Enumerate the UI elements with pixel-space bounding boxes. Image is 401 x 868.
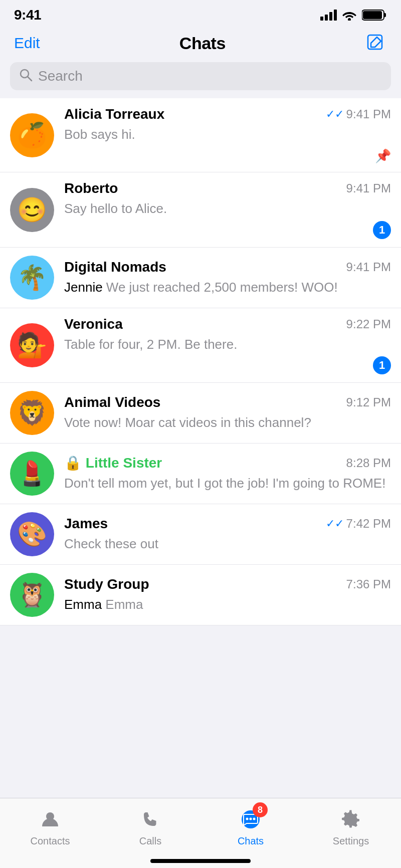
wifi-icon: [342, 10, 357, 21]
svg-point-9: [250, 818, 252, 820]
tab-calls-label: Calls: [139, 835, 161, 847]
nav-header: Edit Chats: [0, 27, 401, 62]
chat-time-digital-nomads: 9:41 PM: [346, 260, 391, 274]
svg-line-5: [28, 77, 32, 81]
chat-item-james[interactable]: 🎨James✓✓7:42 PMCheck these out: [0, 504, 401, 565]
avatar-roberto: 😊: [10, 188, 54, 232]
svg-rect-1: [363, 11, 382, 19]
tab-bar: Contacts Calls 8 Chats: [0, 798, 401, 868]
tab-settings-label: Settings: [333, 835, 369, 847]
chat-time-animal-videos: 9:12 PM: [346, 395, 391, 409]
search-icon: [19, 68, 33, 84]
calls-icon: [137, 806, 163, 832]
search-bar[interactable]: Search: [10, 62, 391, 90]
contacts-icon: [37, 806, 63, 832]
svg-point-10: [253, 818, 256, 820]
chat-time-james: ✓✓7:42 PM: [326, 517, 391, 531]
chat-time-study-group: 7:36 PM: [346, 577, 391, 591]
chat-time-roberto: 9:41 PM: [346, 181, 391, 195]
chat-list: 🍊Alicia Torreaux✓✓9:41 PMBob says hi.📌😊R…: [0, 98, 401, 625]
chat-item-animal-videos[interactable]: 🦁Animal Videos9:12 PMVote now! Moar cat …: [0, 383, 401, 444]
avatar-little-sister: 💄: [10, 452, 54, 496]
chat-preview-digital-nomads: Jennie We just reached 2,500 members! WO…: [64, 278, 391, 296]
tab-chats[interactable]: 8 Chats: [200, 806, 301, 847]
compose-button[interactable]: [365, 32, 387, 54]
chats-icon: 8: [238, 806, 264, 832]
chat-name-roberto: Roberto: [64, 180, 118, 196]
tab-contacts-label: Contacts: [31, 835, 70, 847]
svg-rect-2: [384, 13, 386, 17]
chat-preview-roberto: Say hello to Alice.: [64, 199, 391, 218]
home-indicator: [150, 859, 251, 863]
chat-preview-veronica: Table for four, 2 PM. Be there.: [64, 335, 391, 353]
chat-item-digital-nomads[interactable]: 🌴Digital Nomads9:41 PMJennie We just rea…: [0, 248, 401, 308]
chat-name-james: James: [64, 516, 108, 532]
chat-time-alicia: ✓✓9:41 PM: [326, 107, 391, 121]
chat-name-veronica: Veronica: [64, 316, 123, 332]
tab-settings[interactable]: Settings: [301, 806, 401, 847]
tab-calls[interactable]: Calls: [100, 806, 200, 847]
avatar-digital-nomads: 🌴: [10, 256, 54, 300]
pin-icon-alicia: 📌: [375, 148, 391, 164]
search-placeholder: Search: [38, 68, 83, 84]
chat-item-little-sister[interactable]: 💄🔒 Little Sister8:28 PMDon't tell mom ye…: [0, 444, 401, 504]
tab-contacts[interactable]: Contacts: [0, 806, 100, 847]
avatar-study-group: 🦉: [10, 573, 54, 617]
compose-icon: [367, 34, 385, 52]
avatar-animal-videos: 🦁: [10, 391, 54, 435]
search-container: Search: [0, 62, 401, 98]
avatar-alicia: 🍊: [10, 113, 54, 157]
chat-time-little-sister: 8:28 PM: [346, 456, 391, 470]
svg-point-8: [246, 818, 249, 820]
status-bar: 9:41: [0, 0, 401, 27]
edit-button[interactable]: Edit: [14, 35, 40, 52]
chat-time-veronica: 9:22 PM: [346, 317, 391, 331]
chat-name-study-group: Study Group: [64, 576, 149, 592]
chat-preview-james: Check these out: [64, 535, 391, 553]
settings-icon: [338, 806, 364, 832]
chats-badge: 8: [253, 802, 268, 817]
chat-item-alicia[interactable]: 🍊Alicia Torreaux✓✓9:41 PMBob says hi.📌: [0, 98, 401, 172]
chat-name-animal-videos: Animal Videos: [64, 394, 160, 410]
status-icons: [320, 9, 387, 21]
unread-badge-veronica: 1: [373, 356, 391, 374]
battery-icon: [362, 9, 387, 21]
chat-preview-study-group: Emma Emma: [64, 595, 391, 613]
chat-name-digital-nomads: Digital Nomads: [64, 259, 166, 275]
page-title: Chats: [179, 34, 226, 53]
chat-name-alicia: Alicia Torreaux: [64, 106, 164, 122]
status-time: 9:41: [14, 7, 41, 23]
chat-preview-alicia: Bob says hi.: [64, 125, 391, 143]
signal-icon: [320, 10, 337, 21]
chat-item-roberto[interactable]: 😊Roberto9:41 PMSay hello to Alice.1: [0, 172, 401, 247]
avatar-veronica: 💁: [10, 323, 54, 367]
unread-badge-roberto: 1: [373, 221, 391, 239]
tab-chats-label: Chats: [238, 835, 264, 847]
chat-name-little-sister: 🔒 Little Sister: [64, 455, 162, 471]
avatar-james: 🎨: [10, 512, 54, 556]
chat-item-veronica[interactable]: 💁Veronica9:22 PMTable for four, 2 PM. Be…: [0, 308, 401, 383]
chat-preview-animal-videos: Vote now! Moar cat videos in this channe…: [64, 413, 391, 431]
chat-preview-little-sister: Don't tell mom yet, but I got the job! I…: [64, 474, 391, 492]
chat-item-study-group[interactable]: 🦉Study Group7:36 PMEmma Emma: [0, 565, 401, 625]
